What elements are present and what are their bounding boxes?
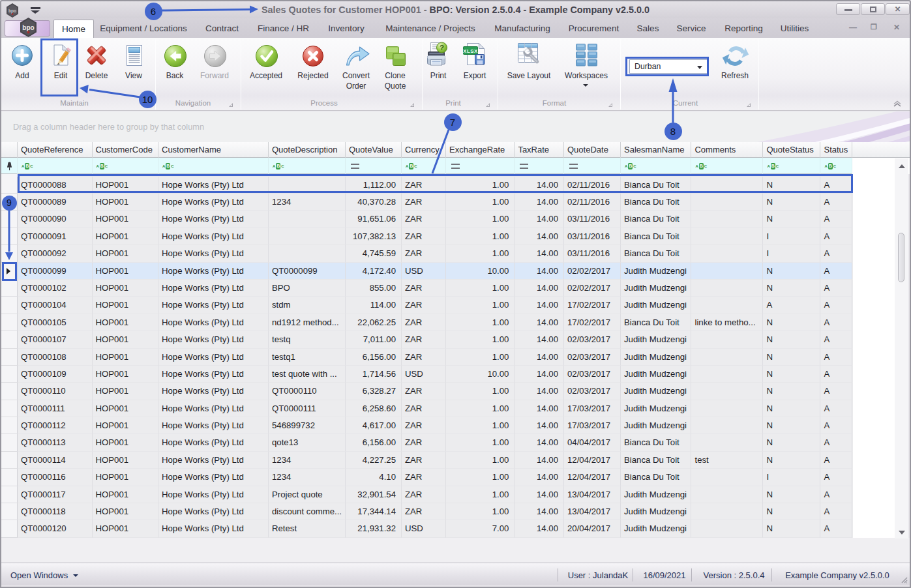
svg-text:XLSX: XLSX <box>463 48 478 54</box>
svg-text:?: ? <box>440 44 444 51</box>
svg-text:bpo: bpo <box>22 24 34 31</box>
